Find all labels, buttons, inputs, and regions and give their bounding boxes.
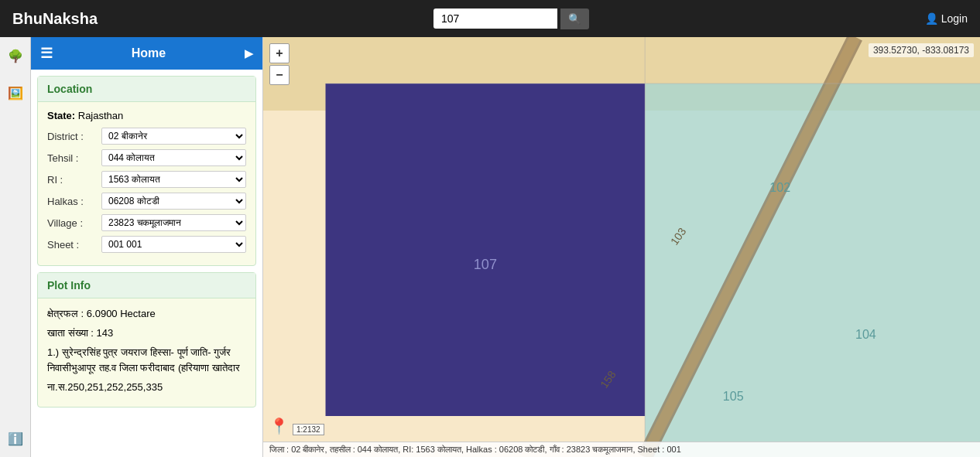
status-bar: जिला : 02 बीकानेर, तहसील : 044 कोलायत, R… (263, 442, 980, 457)
tehsil-label: Tehsil : (47, 152, 101, 164)
state-value: Rajasthan (78, 110, 124, 121)
svg-text:104: 104 (855, 327, 876, 341)
plot-info-section: Plot Info क्षेत्रफल : 6.0900 Hectare खात… (37, 272, 256, 408)
district-label: District : (47, 131, 101, 142)
tehsil-row: Tehsil : 044 कोलायत (47, 149, 246, 166)
login-label: Login (941, 12, 968, 25)
sheet-row: Sheet : 001 001 (47, 236, 246, 253)
location-title: Location (38, 77, 255, 102)
area-info: क्षेत्रफल : 6.0900 Hectare (47, 306, 246, 322)
ri-select[interactable]: 1563 कोलायत (101, 171, 246, 188)
map-area[interactable]: 107 102 104 105 103 158 + − 393.52730, -… (263, 37, 980, 457)
zoom-out-button[interactable]: − (269, 65, 290, 85)
state-label: State: (47, 110, 75, 121)
svg-text:102: 102 (769, 180, 790, 194)
panel-title: Home (132, 46, 166, 60)
district-select[interactable]: 02 बीकानेर (101, 128, 246, 145)
halkas-row: Halkas : 06208 कोटडी (47, 193, 246, 210)
map-scale: 1:2132 (293, 424, 324, 435)
sheet-label: Sheet : (47, 239, 101, 251)
map-pin-icon: 📍 (269, 417, 288, 435)
brand-logo: BhuNaksha (12, 10, 98, 28)
village-row: Village : 23823 चकमूलाजमान (47, 214, 246, 231)
zoom-in-button[interactable]: + (269, 43, 290, 63)
village-label: Village : (47, 217, 101, 229)
halkas-label: Halkas : (47, 196, 101, 207)
halkas-select[interactable]: 06208 कोटडी (101, 193, 246, 210)
svg-text:107: 107 (474, 257, 497, 272)
plot-info-body: क्षेत्रफल : 6.0900 Hectare खाता संख्या :… (38, 298, 255, 407)
tehsil-select[interactable]: 044 कोलायत (101, 149, 246, 166)
navbar: BhuNaksha 🔍 👤 Login (0, 0, 980, 37)
login-button[interactable]: 👤 Login (925, 12, 968, 25)
village-select[interactable]: 23823 चकमूलाजमान (101, 214, 246, 231)
main-layout: 🌳 🖼️ ℹ️ ☰ Home ▶ Location State: Rajasth… (0, 37, 980, 457)
svg-rect-2 (326, 84, 646, 416)
map-controls: + − (269, 43, 290, 85)
tree-icon-button[interactable]: 🌳 (3, 43, 28, 68)
info-icon-button[interactable]: ℹ️ (3, 426, 28, 451)
svg-text:105: 105 (723, 389, 744, 403)
hamburger-icon[interactable]: ☰ (40, 45, 53, 62)
ri-row: RI : 1563 कोलायत (47, 171, 246, 188)
plot-info-title: Plot Info (38, 273, 255, 298)
image-icon-button[interactable]: 🖼️ (3, 80, 28, 105)
search-input[interactable] (433, 9, 557, 29)
person-icon: 👤 (925, 12, 938, 25)
left-panel: ☰ Home ▶ Location State: Rajasthan Distr… (31, 37, 263, 457)
district-row: District : 02 बीकानेर (47, 128, 246, 145)
account-info: खाता संख्या : 143 (47, 326, 246, 342)
sheet-select[interactable]: 001 001 (101, 236, 246, 253)
icon-sidebar: 🌳 🖼️ ℹ️ (0, 37, 31, 457)
owner-info: 1.) सुरेन्द्रसिंह पुत्र जयराज हिस्सा- पू… (47, 345, 246, 377)
khasra-info: ना.स.250,251,252,255,335 (47, 380, 246, 396)
location-section: Location State: Rajasthan District : 02 … (37, 76, 256, 266)
location-body: State: Rajasthan District : 02 बीकानेर T… (38, 102, 255, 265)
search-button[interactable]: 🔍 (560, 9, 589, 29)
collapse-icon[interactable]: ▶ (245, 47, 253, 60)
ri-label: RI : (47, 174, 101, 186)
search-area: 🔍 (433, 9, 589, 29)
coordinates-display: 393.52730, -833.08173 (869, 43, 974, 57)
map-svg: 107 102 104 105 103 158 (263, 37, 980, 457)
panel-header: ☰ Home ▶ (31, 37, 262, 70)
state-row: State: Rajasthan (47, 110, 246, 121)
